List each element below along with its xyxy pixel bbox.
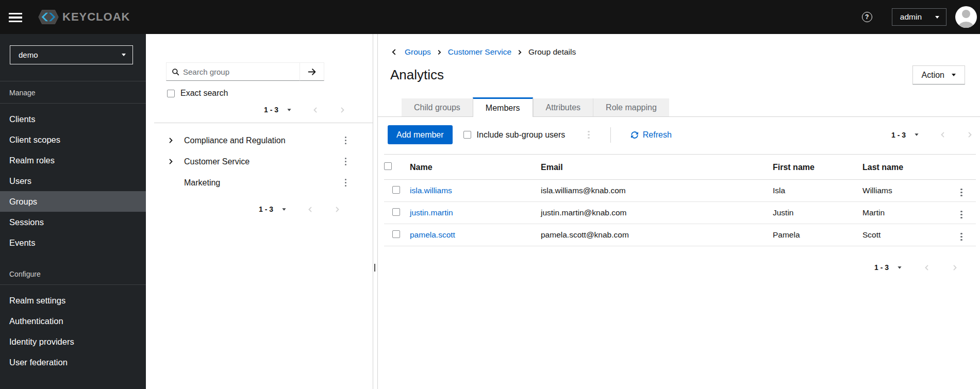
pagination-prev-icon[interactable] xyxy=(312,107,319,113)
member-username-link[interactable]: pamela.scott xyxy=(410,230,455,239)
kebab-menu-icon[interactable] xyxy=(342,177,350,189)
sidebar-item-identity-providers[interactable]: Identity providers xyxy=(0,331,146,352)
masthead: KEYCLOAK ? admin xyxy=(0,0,980,34)
help-icon[interactable]: ? xyxy=(862,12,872,22)
avatar-person-icon xyxy=(962,10,970,18)
tab-child-groups[interactable]: Child groups xyxy=(402,98,473,116)
member-username-link[interactable]: justin.martin xyxy=(410,208,453,217)
members-pagination-top: 1 - 3 xyxy=(891,131,973,139)
toolbar-kebab-icon[interactable] xyxy=(585,129,593,141)
masthead-right: ? admin xyxy=(862,6,977,28)
username: admin xyxy=(900,12,922,22)
sidebar-item-client-scopes[interactable]: Client scopes xyxy=(0,129,146,150)
group-name[interactable]: Customer Service xyxy=(184,157,250,166)
tab-members[interactable]: Members xyxy=(473,97,533,117)
row-kebab-icon[interactable] xyxy=(957,231,966,243)
sidebar-item-events[interactable]: Events xyxy=(0,232,146,253)
expand-chevron-icon[interactable] xyxy=(168,158,176,165)
group-tree-panel: Exact search 1 - 3 Compliance and Regula… xyxy=(146,34,373,389)
group-search xyxy=(166,62,373,81)
row-checkbox[interactable] xyxy=(392,230,400,238)
sidebar-item-authentication[interactable]: Authentication xyxy=(0,311,146,331)
hamburger-menu-icon[interactable] xyxy=(9,13,22,22)
breadcrumb: Groups Customer Service Group details xyxy=(378,34,980,57)
exact-search-label: Exact search xyxy=(180,89,228,98)
sidebar: demo Manage Clients Client scopes Realm … xyxy=(0,34,146,389)
chevron-down-icon xyxy=(122,54,126,56)
column-header-email: Email xyxy=(541,155,773,180)
divider xyxy=(154,123,373,123)
row-kebab-icon[interactable] xyxy=(957,209,966,221)
breadcrumb-customer-service-link[interactable]: Customer Service xyxy=(448,47,511,57)
row-kebab-icon[interactable] xyxy=(957,187,966,199)
back-chevron-icon[interactable] xyxy=(390,48,397,56)
realm-name: demo xyxy=(19,50,38,59)
kebab-menu-icon[interactable] xyxy=(342,134,350,147)
pagination-prev-icon[interactable] xyxy=(939,131,946,138)
member-first-name: Justin xyxy=(773,202,862,224)
pagination-next-icon[interactable] xyxy=(967,131,973,138)
sidebar-item-sessions[interactable]: Sessions xyxy=(0,212,146,232)
row-checkbox[interactable] xyxy=(392,186,400,194)
sidebar-item-clients[interactable]: Clients xyxy=(0,109,146,129)
search-group-input[interactable] xyxy=(183,67,300,76)
pagination-next-icon[interactable] xyxy=(952,264,958,271)
group-name[interactable]: Compliance and Regulation xyxy=(184,136,286,145)
include-subgroups-option: Include sub-group users xyxy=(463,130,566,140)
member-username-link[interactable]: isla.williams xyxy=(410,186,452,195)
exact-search-option: Exact search xyxy=(167,89,373,98)
pagination-prev-icon[interactable] xyxy=(923,264,930,271)
realm-selector[interactable]: demo xyxy=(10,45,133,64)
row-checkbox[interactable] xyxy=(392,208,400,216)
members-toolbar: Add member Include sub-group users Refre… xyxy=(378,117,980,153)
breadcrumb-groups-link[interactable]: Groups xyxy=(405,47,431,57)
action-dropdown-button[interactable]: Action xyxy=(912,65,965,84)
avatar[interactable] xyxy=(955,6,977,28)
sidebar-item-realm-settings[interactable]: Realm settings xyxy=(0,290,146,311)
member-last-name: Scott xyxy=(862,224,947,246)
breadcrumb-current: Group details xyxy=(528,47,576,57)
pagination-dropdown-icon[interactable] xyxy=(915,133,918,136)
group-tree-item[interactable]: Marketing xyxy=(146,172,373,193)
tab-attributes[interactable]: Attributes xyxy=(533,98,593,116)
column-header-last-name: Last name xyxy=(862,155,947,180)
refresh-icon xyxy=(630,131,639,139)
member-email: isla.williams@knab.com xyxy=(541,180,773,202)
user-menu-dropdown[interactable]: admin xyxy=(892,8,946,26)
pagination-dropdown-icon[interactable] xyxy=(287,109,291,111)
pagination-next-icon[interactable] xyxy=(334,206,341,213)
exact-search-checkbox[interactable] xyxy=(167,90,175,97)
tab-role-mapping[interactable]: Role mapping xyxy=(593,98,669,116)
add-member-button[interactable]: Add member xyxy=(388,125,453,144)
sidebar-item-groups[interactable]: Groups xyxy=(0,191,146,212)
sidebar-item-users[interactable]: Users xyxy=(0,171,146,191)
pagination-dropdown-icon[interactable] xyxy=(282,208,286,211)
member-last-name: Williams xyxy=(862,180,947,202)
pagination-prev-icon[interactable] xyxy=(307,206,313,213)
keycloak-logo: KEYCLOAK xyxy=(36,9,130,25)
include-subgroups-checkbox[interactable] xyxy=(463,131,471,139)
group-tree-item[interactable]: Compliance and Regulation xyxy=(146,130,373,151)
pagination-next-icon[interactable] xyxy=(339,107,346,113)
refresh-button[interactable]: Refresh xyxy=(630,130,672,140)
section-title-configure: Configure xyxy=(0,253,146,284)
pagination-range: 1 - 3 xyxy=(259,205,273,213)
group-tree-item[interactable]: Customer Service xyxy=(146,151,373,172)
sidebar-item-user-federation[interactable]: User federation xyxy=(0,352,146,373)
arrow-right-icon xyxy=(308,67,317,76)
sidebar-item-realm-roles[interactable]: Realm roles xyxy=(0,150,146,171)
chevron-right-icon xyxy=(517,49,523,55)
kebab-menu-icon[interactable] xyxy=(342,156,350,168)
group-name[interactable]: Marketing xyxy=(184,178,220,188)
chevron-down-icon xyxy=(952,74,956,76)
group-tree: Compliance and Regulation Customer Servi… xyxy=(146,130,373,193)
pagination-dropdown-icon[interactable] xyxy=(898,266,901,269)
panel-resize-splitter[interactable] xyxy=(373,34,378,389)
drag-handle-icon[interactable] xyxy=(374,264,375,272)
expand-chevron-icon[interactable] xyxy=(168,137,176,144)
refresh-label: Refresh xyxy=(643,130,672,140)
search-submit-button[interactable] xyxy=(300,62,324,81)
select-all-checkbox[interactable] xyxy=(384,162,392,170)
members-table: Name Email First name Last name isla.wil… xyxy=(384,154,976,246)
tree-pagination-bottom: 1 - 3 xyxy=(146,205,373,213)
